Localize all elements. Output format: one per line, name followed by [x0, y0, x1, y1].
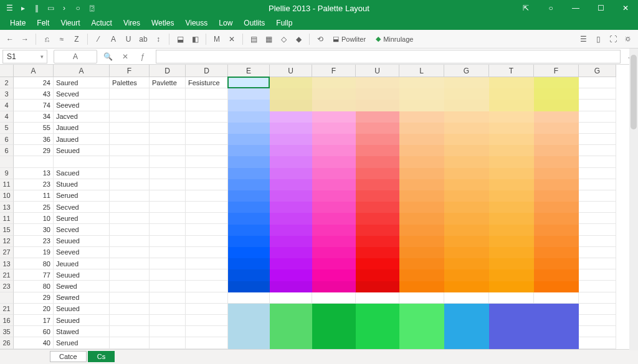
- row-header[interactable]: 11: [0, 213, 14, 224]
- select-all-corner[interactable]: [0, 65, 14, 77]
- cell[interactable]: [186, 304, 228, 315]
- row-header[interactable]: 4: [0, 111, 14, 123]
- cell[interactable]: [579, 123, 616, 134]
- cell[interactable]: 25: [14, 202, 54, 213]
- cell[interactable]: [150, 100, 186, 111]
- italic-icon[interactable]: ∕: [92, 33, 105, 45]
- cell[interactable]: [150, 145, 186, 156]
- cell[interactable]: 30: [14, 224, 54, 235]
- share-button[interactable]: ⇱: [513, 0, 538, 16]
- wave-icon[interactable]: ≈: [55, 33, 68, 45]
- cell[interactable]: [150, 156, 186, 167]
- cell[interactable]: [579, 179, 616, 190]
- row-header[interactable]: 6: [0, 145, 14, 156]
- cell[interactable]: [186, 202, 228, 213]
- cell[interactable]: [110, 156, 150, 167]
- cell[interactable]: [579, 326, 616, 337]
- column-header[interactable]: F: [534, 65, 579, 77]
- cell[interactable]: [579, 111, 616, 123]
- cell[interactable]: [186, 315, 228, 326]
- border-icon[interactable]: ◧: [189, 33, 201, 45]
- cell[interactable]: [150, 315, 186, 326]
- cell[interactable]: [110, 337, 150, 348]
- cell[interactable]: [110, 315, 150, 326]
- cell[interactable]: [579, 145, 616, 156]
- row-header[interactable]: 12: [0, 236, 14, 247]
- menu-item[interactable]: Wetles: [146, 19, 179, 27]
- cell[interactable]: [579, 100, 616, 111]
- cell[interactable]: Stawed: [54, 326, 110, 337]
- cell[interactable]: Pavlette: [150, 77, 186, 88]
- minimize-button[interactable]: —: [563, 0, 588, 16]
- cell[interactable]: [186, 123, 228, 134]
- row-header[interactable]: 35: [0, 326, 14, 337]
- row-header[interactable]: 3: [0, 88, 14, 100]
- cell[interactable]: 60: [14, 326, 54, 337]
- table-icon[interactable]: ▤: [247, 33, 260, 45]
- powliter-group[interactable]: ⬓Powliter: [329, 35, 369, 43]
- undo-icon[interactable]: ⎌: [40, 33, 53, 45]
- column-header[interactable]: F: [312, 65, 356, 77]
- cell[interactable]: [579, 213, 616, 224]
- menu-item[interactable]: Vires: [118, 19, 145, 27]
- cell[interactable]: [110, 281, 150, 292]
- cell[interactable]: Seeved: [54, 100, 110, 111]
- cell[interactable]: [534, 292, 579, 304]
- column-header[interactable]: U: [356, 65, 399, 77]
- cell[interactable]: [186, 247, 228, 258]
- row-header[interactable]: 4: [0, 100, 14, 111]
- row-header[interactable]: 13: [0, 258, 14, 269]
- row-header[interactable]: 6: [0, 134, 14, 145]
- cell[interactable]: [150, 190, 186, 202]
- row-header[interactable]: 9: [0, 168, 14, 179]
- cell[interactable]: [150, 258, 186, 269]
- column-header[interactable]: D: [186, 65, 228, 77]
- cell[interactable]: [110, 213, 150, 224]
- cell[interactable]: Seured: [54, 213, 110, 224]
- row-header[interactable]: 10: [0, 190, 14, 202]
- cell[interactable]: [150, 326, 186, 337]
- cell[interactable]: [150, 281, 186, 292]
- cell[interactable]: [186, 337, 228, 348]
- cell[interactable]: [579, 88, 616, 100]
- column-header[interactable]: A: [14, 65, 54, 77]
- cell[interactable]: Sewed: [54, 281, 110, 292]
- cell[interactable]: [110, 292, 150, 304]
- cell[interactable]: [186, 168, 228, 179]
- menu-item[interactable]: Fullp: [271, 19, 297, 27]
- row-header[interactable]: 21: [0, 269, 14, 281]
- cell[interactable]: [110, 111, 150, 123]
- row-header[interactable]: 16: [0, 315, 14, 326]
- column-header[interactable]: E: [228, 65, 270, 77]
- cell[interactable]: [150, 168, 186, 179]
- cell[interactable]: [186, 236, 228, 247]
- opt-icon[interactable]: ☰: [577, 33, 589, 45]
- cell[interactable]: [579, 236, 616, 247]
- font-icon[interactable]: A: [107, 33, 120, 45]
- cell[interactable]: 29: [14, 145, 54, 156]
- name-a-box[interactable]: A: [54, 50, 97, 63]
- m-icon[interactable]: M: [211, 33, 223, 45]
- cell[interactable]: [150, 337, 186, 348]
- cell[interactable]: Secved: [54, 88, 110, 100]
- row-header[interactable]: 5: [0, 123, 14, 134]
- column-header[interactable]: T: [489, 65, 534, 77]
- cell[interactable]: [186, 224, 228, 235]
- cell[interactable]: 55: [14, 123, 54, 134]
- cell[interactable]: Serued: [54, 190, 110, 202]
- cell[interactable]: [186, 100, 228, 111]
- cell[interactable]: [150, 304, 186, 315]
- cell[interactable]: Seuued: [54, 145, 110, 156]
- cell[interactable]: Fesisturce: [186, 77, 228, 88]
- diamond2-icon[interactable]: ◆: [292, 33, 305, 45]
- cell[interactable]: [579, 168, 616, 179]
- cell[interactable]: [186, 88, 228, 100]
- cell[interactable]: 17: [14, 315, 54, 326]
- row-header[interactable]: 11: [0, 179, 14, 190]
- cell[interactable]: 10: [14, 213, 54, 224]
- cell[interactable]: [110, 304, 150, 315]
- cell[interactable]: [579, 304, 616, 315]
- cell[interactable]: 20: [14, 304, 54, 315]
- spreadsheet-grid[interactable]: AAFDDEUFULGTFG 2344566911101311151227132…: [0, 65, 638, 349]
- cell[interactable]: 74: [14, 100, 54, 111]
